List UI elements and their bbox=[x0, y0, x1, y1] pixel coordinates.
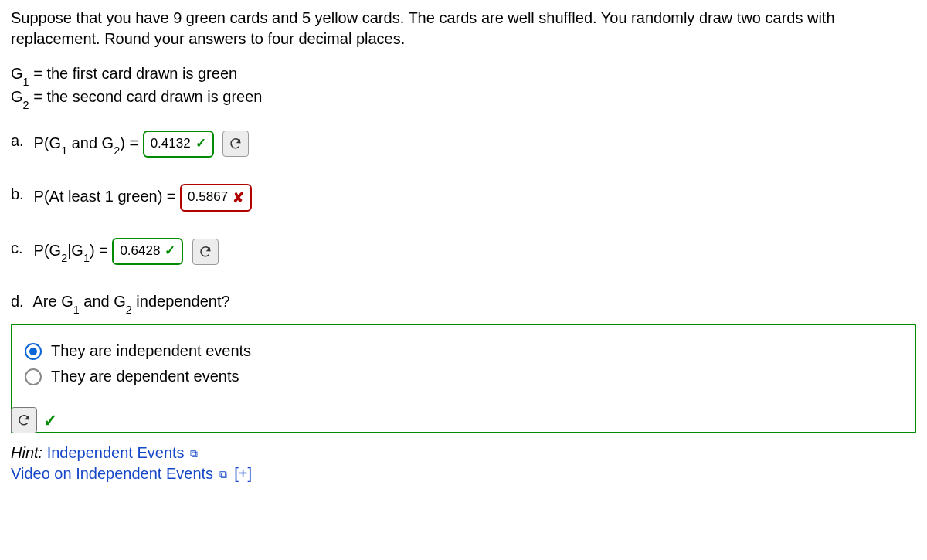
question-d-label: d. bbox=[11, 291, 29, 312]
def-g1: G1 = the first card drawn is green bbox=[11, 63, 916, 87]
radio-option-independent[interactable]: They are independent events bbox=[25, 341, 902, 361]
radio-group-d: They are independent events They are dep… bbox=[11, 324, 916, 433]
definitions: G1 = the first card drawn is green G2 = … bbox=[11, 63, 916, 110]
question-a: a. P(G1 and G2) = 0.4132 ✓ bbox=[11, 131, 916, 158]
question-c-text: P(G2|G1) = bbox=[34, 242, 113, 259]
retry-d-button[interactable] bbox=[11, 407, 37, 433]
radio-icon bbox=[25, 368, 42, 385]
question-b-text: P(At least 1 green) = bbox=[34, 188, 176, 205]
hint-link-video[interactable]: Video on Independent Events ⧉ bbox=[11, 465, 227, 482]
answer-b-value: 0.5867 bbox=[188, 188, 228, 206]
check-icon: ✓ bbox=[43, 409, 57, 433]
answer-a-input[interactable]: 0.4132 ✓ bbox=[143, 131, 214, 158]
cross-icon: ✘ bbox=[233, 188, 244, 207]
retry-a-button[interactable] bbox=[222, 131, 249, 157]
radio-option-dependent[interactable]: They are dependent events bbox=[25, 366, 902, 387]
question-c-label: c. bbox=[11, 238, 29, 259]
question-c: c. P(G2|G1) = 0.6428 ✓ bbox=[11, 238, 916, 265]
check-icon: ✓ bbox=[195, 135, 206, 153]
hint-link-independent-events[interactable]: Independent Events ⧉ bbox=[47, 444, 198, 461]
answer-b-input[interactable]: 0.5867 ✘ bbox=[180, 184, 252, 212]
external-link-icon: ⧉ bbox=[190, 447, 198, 460]
external-link-icon: ⧉ bbox=[219, 468, 227, 480]
hint-section: Hint: Independent Events ⧉ Video on Inde… bbox=[11, 443, 916, 484]
retry-c-button[interactable] bbox=[192, 239, 219, 265]
answer-c-input[interactable]: 0.6428 ✓ bbox=[112, 238, 183, 265]
radio-icon bbox=[25, 343, 42, 360]
hint-label: Hint: bbox=[11, 444, 42, 461]
answer-a-value: 0.4132 bbox=[151, 135, 191, 153]
check-icon: ✓ bbox=[165, 243, 175, 260]
question-d: d. Are G1 and G2 independent? They are i… bbox=[11, 291, 916, 433]
question-a-label: a. bbox=[11, 131, 29, 151]
question-b: b. P(At least 1 green) = 0.5867 ✘ bbox=[11, 184, 916, 212]
def-g2: G2 = the second card drawn is green bbox=[11, 87, 916, 110]
retry-icon bbox=[17, 413, 31, 427]
question-a-text: P(G1 and G2) = bbox=[34, 134, 143, 151]
radio-label-dependent: They are dependent events bbox=[51, 366, 239, 387]
retry-icon bbox=[229, 137, 243, 151]
retry-icon bbox=[199, 245, 212, 259]
radio-label-independent: They are independent events bbox=[51, 341, 251, 361]
expand-hint-button[interactable]: [+] bbox=[234, 465, 252, 482]
question-d-text: Are G1 and G2 independent? bbox=[32, 293, 229, 310]
answer-c-value: 0.6428 bbox=[120, 243, 160, 260]
question-b-label: b. bbox=[11, 184, 29, 205]
problem-statement: Suppose that you have 9 green cards and … bbox=[11, 8, 916, 49]
